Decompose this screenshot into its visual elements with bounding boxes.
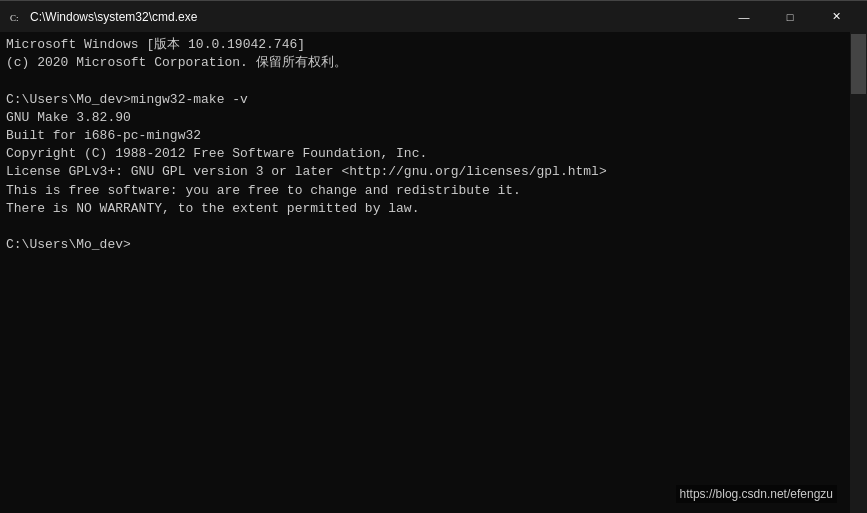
maximize-button[interactable]: □ bbox=[767, 1, 813, 33]
terminal-output: Microsoft Windows [版本 10.0.19042.746] (c… bbox=[0, 32, 850, 513]
watermark: https://blog.csdn.net/efengzu bbox=[676, 485, 837, 503]
svg-text:C:: C: bbox=[10, 13, 19, 23]
scrollbar-thumb[interactable] bbox=[851, 34, 866, 94]
scrollbar[interactable] bbox=[850, 32, 867, 513]
window-title: C:\Windows\system32\cmd.exe bbox=[30, 10, 197, 24]
close-button[interactable]: ✕ bbox=[813, 1, 859, 33]
window-controls: — □ ✕ bbox=[721, 1, 859, 33]
titlebar: C: C:\Windows\system32\cmd.exe — □ ✕ bbox=[0, 0, 867, 32]
minimize-button[interactable]: — bbox=[721, 1, 767, 33]
cmd-icon: C: bbox=[8, 9, 24, 25]
